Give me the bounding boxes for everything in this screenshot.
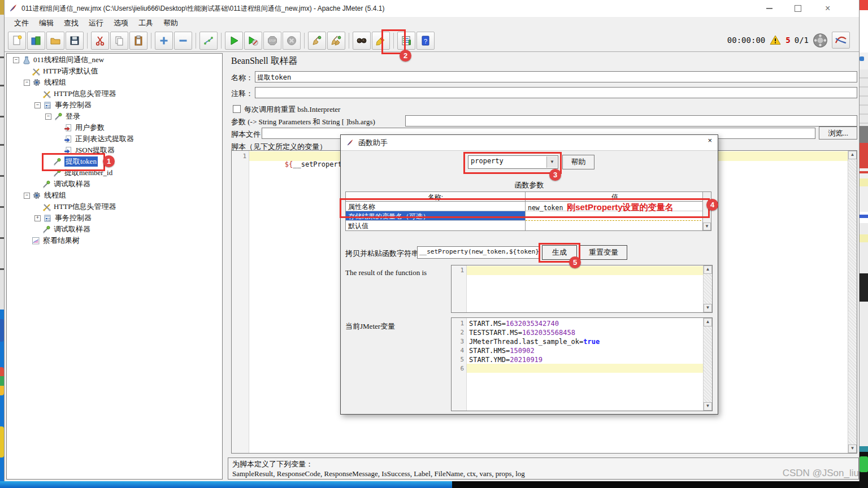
jmeter-ribbon-icon bbox=[832, 32, 850, 49]
toolbar-separator bbox=[393, 33, 394, 49]
templates-button[interactable] bbox=[27, 32, 45, 50]
new-file-button[interactable] bbox=[8, 32, 26, 50]
table-row[interactable]: 存储结果的变量名（可选） bbox=[346, 211, 704, 221]
menu-item-4[interactable]: 选项 bbox=[108, 18, 133, 29]
annotation-badge-1: 1 bbox=[103, 155, 115, 167]
function-helper-button[interactable] bbox=[397, 32, 415, 50]
function-string-field[interactable]: __setProperty(new_token,${token},)} bbox=[417, 246, 540, 259]
cut-button[interactable] bbox=[91, 32, 109, 50]
reset-interpreter-checkbox[interactable] bbox=[233, 105, 241, 113]
help-button[interactable]: ? bbox=[416, 32, 435, 50]
parameters-input[interactable] bbox=[405, 115, 857, 127]
copy-icon bbox=[114, 35, 125, 46]
tree-item-7[interactable]: 正则表达式提取器 bbox=[56, 133, 134, 145]
comment-input[interactable] bbox=[255, 87, 857, 98]
table-row[interactable]: 默认值 bbox=[346, 221, 704, 230]
function-params-title: 函数参数 bbox=[341, 180, 718, 190]
tree-item-label: 线程组 bbox=[44, 190, 66, 201]
menu-item-5[interactable]: 工具 bbox=[133, 18, 158, 29]
warning-triangle-icon[interactable] bbox=[769, 34, 782, 46]
thread-count: 0/1 bbox=[795, 36, 809, 45]
menu-item-2[interactable]: 查找 bbox=[59, 18, 84, 29]
name-input[interactable]: 提取token bbox=[255, 71, 857, 82]
tree-item-label: 正则表达式提取器 bbox=[75, 134, 134, 144]
function-select[interactable]: property ▼ bbox=[468, 155, 558, 169]
tree-item-12[interactable]: −线程组 bbox=[24, 190, 66, 201]
table-row[interactable]: 属性名称 new_token 刚setProperty设置的变量名 bbox=[346, 202, 704, 211]
wrench-icon bbox=[42, 202, 51, 211]
add-button[interactable] bbox=[155, 32, 173, 50]
maximize-button[interactable] bbox=[795, 0, 814, 17]
start-button[interactable] bbox=[225, 32, 243, 50]
dialog-close-icon[interactable]: × bbox=[708, 136, 712, 145]
script-scrollbar[interactable]: ▲ ▼ bbox=[848, 151, 857, 453]
tree-item-15[interactable]: 调试取样器 bbox=[34, 224, 90, 235]
tree-item-1[interactable]: HTTP请求默认值 bbox=[24, 66, 98, 77]
browse-button[interactable]: 浏览... bbox=[819, 127, 857, 140]
clear-button[interactable] bbox=[308, 32, 326, 50]
templates-icon bbox=[31, 35, 42, 46]
tree-item-label: 调试取样器 bbox=[54, 224, 90, 234]
doc-red-icon bbox=[64, 123, 73, 132]
menu-item-1[interactable]: 编辑 bbox=[34, 18, 59, 29]
paste-icon bbox=[133, 35, 144, 46]
tree-item-0[interactable]: −011线程组间通信_new bbox=[13, 54, 104, 66]
result-label: The result of the function is bbox=[345, 268, 427, 277]
clear-all-button[interactable] bbox=[327, 32, 345, 50]
tree-item-8[interactable]: JSON提取器 bbox=[56, 145, 115, 156]
remove-button[interactable] bbox=[174, 32, 192, 50]
tree-item-14[interactable]: +事务控制器 bbox=[34, 212, 92, 224]
collapse-icon[interactable]: − bbox=[13, 57, 19, 63]
result-editor[interactable]: 1 ▲ ▼ bbox=[451, 265, 713, 313]
tree-item-3[interactable]: HTTP信息头管理器 bbox=[34, 88, 116, 99]
save-button[interactable] bbox=[66, 32, 84, 50]
warning-count: 5 bbox=[785, 36, 790, 45]
copy-button[interactable] bbox=[110, 32, 128, 50]
collapse-icon[interactable]: − bbox=[24, 80, 30, 86]
expand-icon[interactable]: + bbox=[34, 215, 41, 221]
tree-item-6[interactable]: 用户参数 bbox=[56, 122, 105, 133]
collapse-icon[interactable]: − bbox=[45, 114, 51, 120]
help-button[interactable]: 帮助 bbox=[562, 155, 594, 169]
variables-scrollbar[interactable]: ▲ ▼ bbox=[703, 318, 712, 411]
tree-item-11[interactable]: 调试取样器 bbox=[34, 178, 90, 190]
tree-item-13[interactable]: HTTP信息头管理器 bbox=[34, 201, 116, 212]
minimize-button[interactable] bbox=[766, 0, 785, 17]
paste-button[interactable] bbox=[129, 32, 147, 50]
start-no-pauses-button[interactable] bbox=[244, 32, 262, 50]
remote-status-icon[interactable] bbox=[813, 33, 828, 48]
chevron-down-icon[interactable]: ▼ bbox=[546, 156, 557, 168]
jmeter-variables-editor[interactable]: 123456 ▲ ▼ START.MS=1632035342740TESTSTA… bbox=[451, 317, 713, 411]
red-annotation-text: 刚setProperty设置的变量名 bbox=[567, 202, 673, 212]
wrench-icon bbox=[32, 67, 41, 76]
menu-item-6[interactable]: 帮助 bbox=[158, 18, 183, 29]
search-button[interactable] bbox=[353, 32, 371, 50]
open-file-button[interactable] bbox=[46, 32, 64, 50]
tree-item-2[interactable]: −线程组 bbox=[24, 77, 66, 88]
search-reset-icon bbox=[375, 35, 387, 46]
close-button[interactable]: × bbox=[825, 0, 844, 17]
reset-variables-button[interactable]: 重置变量 bbox=[580, 245, 627, 260]
line-number: 1 bbox=[242, 152, 246, 160]
shutdown-button[interactable] bbox=[283, 32, 301, 50]
desktop: 011进程组间通信_new.jmx (C:\Users\jieliu666\De… bbox=[0, 0, 868, 488]
tree-item-4[interactable]: −事务控制器 bbox=[34, 99, 92, 111]
tree-item-label: 察看结果树 bbox=[43, 236, 80, 246]
result-scrollbar[interactable]: ▲ ▼ bbox=[703, 265, 712, 312]
title-bar: 011进程组间通信_new.jmx (C:\Users\jieliu666\De… bbox=[5, 0, 859, 17]
menu-item-0[interactable]: 文件 bbox=[9, 18, 34, 29]
tree-item-10[interactable]: 提取member_id bbox=[45, 167, 112, 178]
defined-variables-title: 为脚本定义了下列变量： bbox=[232, 459, 313, 469]
search-reset-button[interactable] bbox=[372, 32, 390, 50]
tree-item-5[interactable]: −登录 bbox=[45, 111, 80, 122]
toolbar-separator bbox=[196, 33, 196, 49]
collapse-icon[interactable]: − bbox=[34, 102, 41, 108]
toggle-button[interactable] bbox=[199, 32, 218, 50]
table-scrollbar[interactable]: ▼ bbox=[702, 192, 711, 230]
stop-button[interactable]: STOP bbox=[263, 32, 281, 50]
gear-icon bbox=[33, 191, 42, 200]
tree-item-9[interactable]: 提取token bbox=[45, 156, 98, 167]
tree-item-16[interactable]: 察看结果树 bbox=[24, 235, 80, 246]
menu-item-3[interactable]: 运行 bbox=[84, 18, 108, 29]
collapse-icon[interactable]: − bbox=[24, 193, 30, 199]
